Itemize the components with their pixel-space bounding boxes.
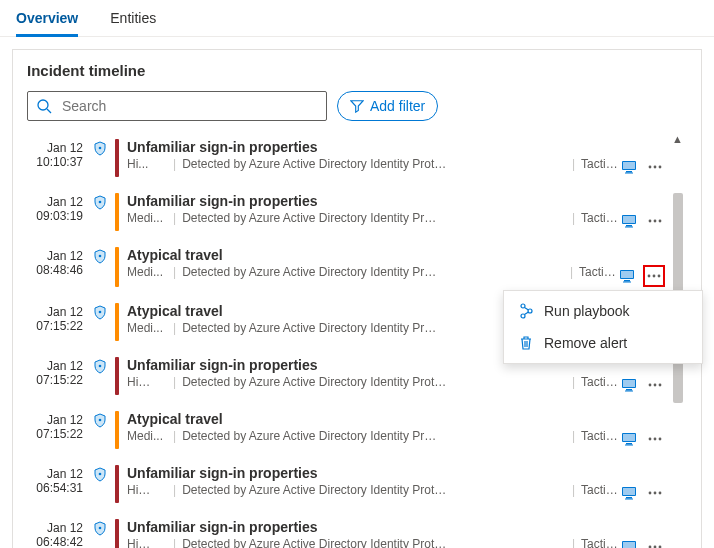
severity-text: Hi...	[127, 157, 167, 171]
severity-bar	[115, 519, 119, 548]
svg-rect-36	[623, 380, 635, 387]
svg-point-10	[99, 201, 102, 204]
row-content: Atypical travelMedi...|Detected by Azure…	[127, 247, 619, 287]
more-actions-button[interactable]	[645, 429, 665, 449]
svg-point-7	[649, 166, 652, 169]
row-context-menu: Run playbook Remove alert	[503, 290, 703, 364]
svg-point-8	[654, 166, 657, 169]
severity-bar	[115, 139, 119, 177]
row-content: Unfamiliar sign-in propertiesHi...|Detec…	[127, 139, 621, 177]
svg-rect-20	[621, 271, 633, 278]
scroll-up-arrow[interactable]: ▲	[672, 133, 683, 145]
svg-point-24	[653, 275, 656, 278]
timestamp: Jan 1209:03:19	[27, 193, 89, 231]
severity-bar	[115, 247, 119, 287]
svg-point-40	[654, 384, 657, 387]
severity-text: Medi...	[127, 211, 167, 225]
search-box[interactable]	[27, 91, 327, 121]
severity-bar	[115, 193, 119, 231]
svg-point-55	[649, 492, 652, 495]
svg-point-2	[99, 147, 102, 150]
timestamp: Jan 1207:15:22	[27, 357, 89, 395]
shield-icon	[89, 193, 111, 231]
host-icon	[619, 268, 635, 284]
tab-entities[interactable]: Entities	[110, 4, 156, 36]
svg-rect-4	[623, 162, 635, 169]
shield-icon	[89, 411, 111, 449]
menu-remove-alert[interactable]: Remove alert	[504, 327, 702, 359]
more-actions-button[interactable]	[645, 483, 665, 503]
svg-point-67	[521, 314, 525, 318]
severity-bar	[115, 411, 119, 449]
timeline-row[interactable]: Jan 1206:54:31Unfamiliar sign-in propert…	[27, 457, 665, 511]
svg-rect-14	[625, 227, 633, 228]
host-icon	[621, 539, 637, 548]
svg-point-15	[649, 220, 652, 223]
more-actions-button[interactable]	[645, 537, 665, 548]
detected-by: Detected by Azure Active Directory Ident…	[182, 537, 566, 548]
row-content: Atypical travelMedi...|Detected by Azure…	[127, 411, 621, 449]
tab-bar: Overview Entities	[0, 0, 714, 37]
svg-line-1	[47, 109, 51, 113]
tactics: Tacti…	[581, 375, 621, 389]
detected-by: Detected by Azure Active Directory Ident…	[182, 211, 566, 225]
severity-text: Medi...	[127, 429, 167, 443]
svg-point-47	[649, 438, 652, 441]
detected-by: Detected by Azure Active Directory Ident…	[182, 265, 564, 279]
svg-point-9	[659, 166, 662, 169]
timestamp: Jan 1207:15:22	[27, 411, 89, 449]
svg-rect-53	[626, 497, 632, 499]
search-icon	[36, 98, 52, 114]
svg-rect-45	[626, 443, 632, 445]
playbook-icon	[518, 303, 534, 319]
add-filter-label: Add filter	[370, 98, 425, 114]
severity-text: Hi…	[127, 375, 167, 389]
severity-text: Hi…	[127, 537, 167, 548]
host-icon	[621, 377, 637, 393]
detected-by: Detected by Azure Active Directory Ident…	[182, 157, 566, 171]
trash-icon	[518, 335, 534, 351]
svg-rect-6	[625, 173, 633, 174]
severity-text: Medi...	[127, 265, 167, 279]
svg-point-58	[99, 527, 102, 530]
timeline-row[interactable]: Jan 1207:15:22Atypical travelMedi...|Det…	[27, 403, 665, 457]
svg-point-18	[99, 255, 102, 258]
svg-rect-38	[625, 391, 633, 392]
svg-point-23	[648, 275, 651, 278]
row-content: Unfamiliar sign-in propertiesHi…|Detecte…	[127, 465, 621, 503]
host-icon	[621, 213, 637, 229]
alert-title: Atypical travel	[127, 247, 619, 263]
svg-rect-13	[626, 225, 632, 227]
shield-icon	[89, 519, 111, 548]
host-icon	[621, 485, 637, 501]
severity-bar	[115, 357, 119, 395]
alert-title: Unfamiliar sign-in properties	[127, 193, 621, 209]
search-input[interactable]	[60, 97, 318, 115]
tactics: Tacti…	[581, 537, 621, 548]
tab-overview[interactable]: Overview	[16, 4, 78, 37]
svg-point-25	[658, 275, 661, 278]
row-content: Unfamiliar sign-in propertiesMedi...|Det…	[127, 193, 621, 231]
more-actions-button[interactable]	[645, 375, 665, 395]
timestamp: Jan 1208:48:46	[27, 247, 89, 287]
alert-title: Unfamiliar sign-in properties	[127, 465, 621, 481]
section-title: Incident timeline	[27, 62, 687, 79]
more-actions-button[interactable]	[645, 211, 665, 231]
shield-icon	[89, 303, 111, 341]
timestamp: Jan 1206:54:31	[27, 465, 89, 503]
svg-point-50	[99, 473, 102, 476]
timeline-row[interactable]: Jan 1210:10:37Unfamiliar sign-in propert…	[27, 131, 665, 185]
more-actions-button[interactable]	[643, 265, 665, 287]
svg-rect-44	[623, 434, 635, 441]
alert-title: Atypical travel	[127, 411, 621, 427]
add-filter-button[interactable]: Add filter	[337, 91, 438, 121]
menu-run-playbook-label: Run playbook	[544, 303, 630, 319]
timeline-row[interactable]: Jan 1209:03:19Unfamiliar sign-in propert…	[27, 185, 665, 239]
svg-rect-22	[623, 282, 631, 283]
more-actions-button[interactable]	[645, 157, 665, 177]
timeline-row[interactable]: Jan 1206:48:42Unfamiliar sign-in propert…	[27, 511, 665, 548]
timeline-row[interactable]: Jan 1208:48:46Atypical travelMedi...|Det…	[27, 239, 665, 295]
severity-text: Hi…	[127, 483, 167, 497]
menu-run-playbook[interactable]: Run playbook	[504, 295, 702, 327]
svg-point-41	[659, 384, 662, 387]
